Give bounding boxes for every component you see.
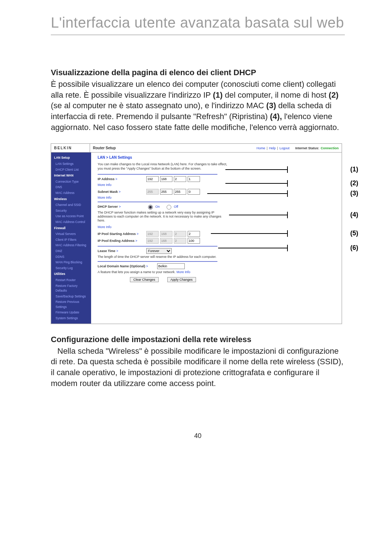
sidebar-item[interactable]: DDNS [51,254,91,260]
clear-changes-button[interactable]: Clear Changes [130,277,158,282]
dhcp-heading: Visualizzazione della pagina di elenco d… [51,68,345,77]
domain-desc: A feature that lets you assign a name to… [98,270,225,274]
pool-end-label: IP Pool Ending Address > [98,239,145,243]
sidebar-category: LAN Setup [51,155,91,161]
intro-text: You can make changes to the Local Area N… [98,162,228,171]
sidebar-item[interactable]: MAC Address Filtering [51,243,91,248]
window-title: Router Setup [90,144,254,152]
sidebar-item[interactable]: DNS [51,184,91,190]
pe-3[interactable] [174,238,186,244]
ip-more-info[interactable]: More Info [98,183,335,187]
page-number: 40 [51,432,345,440]
page-title: L'interfaccia utente avanzata basata sul… [51,15,345,35]
callout-2: (2) [350,179,358,187]
sidebar-item[interactable]: Use as Access Point [51,214,91,219]
sidebar-item[interactable]: Client IP Filters [51,237,91,243]
nav-help[interactable]: Help [269,146,276,150]
wireless-paragraph: Nella scheda "Wireless" è possibile modi… [51,346,345,389]
sidebar-item[interactable]: MAC Address Control [51,219,91,225]
dhcp-off-label: Off [174,205,178,208]
domain-input[interactable] [157,263,185,269]
status-value: Connection [321,146,339,150]
mask-more-info[interactable]: More Info [98,196,335,199]
ps-4[interactable] [188,231,200,237]
ps-2[interactable] [160,231,172,237]
sidebar-item[interactable]: DMZ [51,248,91,254]
brand-logo: BELKIN [51,144,90,152]
mask-oct-3[interactable] [174,189,186,195]
sidebar-item[interactable]: Firmware Update [51,310,91,316]
callout-6: (6) [350,244,358,252]
callout-1: (1) [350,166,358,173]
ip-oct-3[interactable] [174,176,186,182]
callout-3: (3) [350,190,358,197]
domain-label: Local Domain Name (Optional) > [98,264,156,268]
dhcp-desc: The DHCP server function makes setting u… [98,211,225,223]
lease-time-label: Lease Time > [98,249,145,253]
sidebar-item[interactable]: Virtual Servers [51,231,91,237]
pe-4[interactable] [188,238,200,244]
dhcp-paragraph: È possibile visualizzare un elenco dei c… [51,79,345,133]
top-nav: Home| Help| Logout Internet Status: Conn… [254,144,342,152]
nav-logout[interactable]: Logout [279,146,290,150]
dhcp-on-label: On [155,205,160,208]
sidebar-item[interactable]: LAN Settings [51,161,91,167]
sidebar-item[interactable]: WAN Ping Blocking [51,260,91,265]
ps-3[interactable] [174,231,186,237]
mask-oct-4[interactable] [188,189,200,195]
ip-address-label: IP Address > [98,177,145,181]
router-screenshot: BELKIN Router Setup Home| Help| Logout I… [51,143,342,324]
callout-4: (4) [350,211,358,219]
dhcp-more-info[interactable]: More Info [98,225,335,229]
dhcp-off-radio[interactable] [167,205,171,210]
settings-pane: LAN > LAN Settings You can make changes … [91,153,342,323]
sidebar-item[interactable]: Security [51,208,91,214]
subnet-mask-label: Subnet Mask > [98,190,145,194]
pe-1[interactable] [146,238,159,244]
nav-home[interactable]: Home [257,146,265,150]
sidebar-category: Wireless [51,196,91,203]
ip-oct-1[interactable] [146,176,159,182]
mask-oct-1[interactable] [146,189,159,195]
mask-oct-2[interactable] [160,189,172,195]
callout-5: (5) [350,230,358,237]
lease-time-select[interactable]: Forever [146,248,172,254]
ip-oct-2[interactable] [160,176,172,182]
domain-more-info[interactable]: More Info [176,270,190,274]
lease-desc: The length of time the DHCP server will … [98,255,225,259]
dhcp-on-radio[interactable] [148,205,153,210]
pe-2[interactable] [160,238,172,244]
sidebar-item[interactable]: Restore Previous Settings [51,299,91,310]
wireless-heading: Configurazione delle impostazioni della … [51,335,345,344]
sidebar-item[interactable]: Security Log [51,265,91,271]
sidebar-item[interactable]: System Settings [51,316,91,321]
sidebar-category: Firewall [51,225,91,232]
sidebar-item[interactable]: Channel and SSID [51,202,91,208]
pool-start-label: IP Pool Starting Address > [98,232,145,236]
ip-oct-4[interactable] [188,176,200,182]
breadcrumb: LAN > LAN Settings [98,155,335,159]
status-label: Internet Status: [295,146,319,150]
sidebar-item[interactable]: Save/Backup Settings [51,294,91,300]
sidebar-item[interactable]: MAC Address [51,190,91,196]
sidebar: LAN SetupLAN SettingsDHCP Client ListInt… [51,153,91,323]
ps-1[interactable] [146,231,159,237]
apply-changes-button[interactable]: Apply Changes [167,277,196,282]
dhcp-server-label: DHCP Server > [98,205,145,208]
sidebar-item[interactable]: DHCP Client List [51,167,91,173]
sidebar-item[interactable]: Restart Router [51,277,91,283]
sidebar-item[interactable]: Restore Factory Defaults [51,283,91,294]
sidebar-category: Utilities [51,271,91,277]
sidebar-category: Internet WAN [51,173,91,179]
sidebar-item[interactable]: Connection Type [51,179,91,185]
